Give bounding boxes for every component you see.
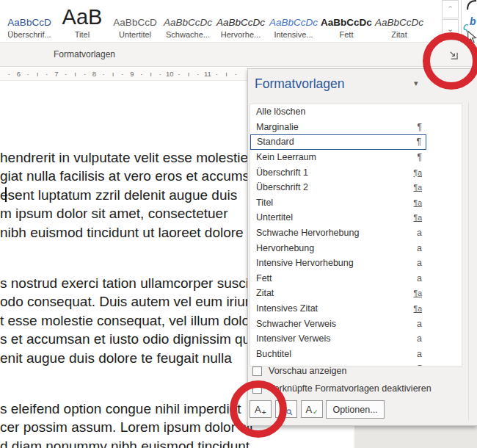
- style-gallery-item[interactable]: AaBbCcDc Fett: [320, 0, 373, 42]
- ruler-mark: 10: [165, 71, 175, 78]
- style-list-item[interactable]: Schwacher Verweis a: [250, 316, 426, 331]
- style-name: Überschrift 1: [256, 167, 308, 178]
- gallery-scroll-down-button[interactable]: ⌄: [442, 19, 459, 39]
- style-list-item[interactable]: Titel ¶a: [250, 195, 426, 211]
- ruler-mark: ı: [184, 71, 194, 78]
- document-text: t esse molestie consequat, vel illum dol…: [0, 313, 254, 328]
- style-preview: AaBbCcDc: [321, 4, 372, 28]
- style-preview: AaBbCcD: [7, 4, 51, 28]
- ruler-mark: ı: [222, 71, 231, 78]
- style-list-item[interactable]: Fett a: [250, 271, 426, 286]
- styles-group-label: Formatvorlagen: [40, 49, 128, 59]
- style-type-icon: ¶a: [414, 198, 422, 207]
- workspace-background: [354, 425, 477, 448]
- ruler-mark: ·: [156, 71, 165, 78]
- style-list-item[interactable]: Schwache Hervorhebung a: [250, 225, 426, 241]
- style-gallery-item[interactable]: AaBbCcDc Hervorhe...: [214, 0, 267, 42]
- style-name: Untertitel: [256, 212, 293, 223]
- document-text: hendrerit in vulputate velit esse molest…: [0, 150, 248, 165]
- ruler-mark: ·: [23, 71, 33, 78]
- style-preview: AaB: [62, 4, 103, 28]
- style-name: Intensive Hervorhebung: [256, 258, 354, 268]
- style-list-item[interactable]: Kein Leerraum ¶: [250, 150, 426, 165]
- style-list-item[interactable]: Intensiver Verweis a: [250, 331, 426, 347]
- style-list-item[interactable]: Marginalie ¶: [250, 120, 426, 135]
- ruler-mark: ·: [99, 71, 109, 78]
- style-list-item[interactable]: Alle löschen: [250, 104, 426, 120]
- style-list-item[interactable]: Überschrift 1 ¶a: [250, 165, 426, 180]
- new-style-icon: A: [255, 404, 261, 415]
- document-text: d diam nonummy nibh euismod tincidunt: [0, 438, 250, 448]
- ribbon-group-bar: Formatvorlagen: [0, 43, 477, 67]
- pane-dropdown-icon[interactable]: ▾: [414, 79, 418, 88]
- style-name: Alle löschen: [256, 106, 305, 117]
- ruler-mark: ı: [33, 71, 43, 78]
- style-list-item[interactable]: Zitat ¶a: [250, 286, 426, 301]
- ruler-mark: ·: [194, 71, 203, 78]
- document-text: s eleifend option congue nihil imperdiet: [0, 401, 241, 416]
- new-style-button[interactable]: A +: [250, 400, 272, 418]
- style-name: Hervorhebung: [256, 243, 314, 253]
- style-list-item[interactable]: Untertitel ¶a: [250, 210, 426, 225]
- document-text: s et accumsan et iusto odio dignissim qu…: [0, 331, 253, 347]
- style-type-icon: ¶: [417, 137, 421, 147]
- ruler-mark: 7: [51, 71, 61, 78]
- search-icon[interactable]: [465, 0, 477, 10]
- plus-icon: +: [262, 408, 266, 416]
- style-list-item[interactable]: Überschrift 2 ¶a: [250, 180, 426, 195]
- options-button[interactable]: Optionen...: [326, 400, 385, 419]
- style-list-item[interactable]: Intensive Hervorhebung a: [250, 256, 426, 271]
- ribbon-styles-group: AaBbCcD Überschrif... AaB Titel AaBbCcD …: [0, 0, 477, 67]
- ruler-mark: ı: [109, 71, 118, 78]
- style-gallery-label: Untertitel: [119, 30, 151, 39]
- checkbox[interactable]: [252, 384, 262, 394]
- checkbox-label: Vorschau anzeigen: [269, 366, 346, 376]
- style-name: Überschrift 2: [256, 182, 308, 192]
- style-gallery-item[interactable]: AaB Titel: [56, 0, 109, 42]
- style-preview: AaBbCcDc: [164, 4, 212, 28]
- document-text: odo consequat. Duis autem vel eum iriure: [0, 294, 258, 309]
- style-type-icon: a: [417, 273, 422, 283]
- ruler-mark: ·: [80, 71, 90, 78]
- ruler-mark: ·: [175, 71, 184, 78]
- styles-list: Alle löschen Marginalie ¶ Standard ¶ Kei…: [250, 104, 462, 366]
- checkbox[interactable]: [252, 366, 262, 376]
- dialog-launcher-icon: [448, 50, 458, 59]
- ruler-mark: ·: [136, 71, 146, 78]
- manage-styles-button[interactable]: A ✓: [301, 400, 323, 418]
- style-preview: AaBbCcD: [113, 4, 156, 28]
- style-list-item[interactable]: Buchtitel a: [250, 347, 426, 362]
- style-gallery-item[interactable]: AaBbCcD Untertitel: [109, 0, 161, 42]
- pane-checkboxes: Vorschau anzeigen Verknüpfte Formatvorla…: [252, 366, 432, 394]
- horizontal-ruler: · 6 · ı · 7 · ı · 8 · ı · 9 · ı: [0, 68, 247, 81]
- checkbox-row[interactable]: Vorschau anzeigen: [252, 366, 432, 376]
- style-gallery: AaBbCcD Überschrif... AaB Titel AaBbCcD …: [3, 0, 426, 42]
- style-list-item[interactable]: Intensives Zitat ¶a: [250, 301, 426, 317]
- style-list-item[interactable]: Standard ¶: [250, 134, 426, 150]
- style-gallery-item[interactable]: AaBbCcDc Schwache...: [161, 0, 214, 42]
- ruler-mark: 6: [14, 71, 23, 78]
- style-type-icon: a: [417, 243, 422, 253]
- style-gallery-item[interactable]: AaBbCcDc Zitat: [373, 0, 426, 42]
- style-gallery-label: Intensive...: [274, 30, 313, 39]
- pane-edge-line: [468, 103, 469, 420]
- style-gallery-label: Zitat: [391, 30, 407, 39]
- style-gallery-item[interactable]: AaBbCcDc Intensive...: [267, 0, 320, 42]
- style-inspector-icon: A: [280, 404, 286, 415]
- style-name: Zitat: [256, 288, 274, 298]
- document-text: s nostrud exerci tation ullamcorper susc…: [0, 275, 257, 291]
- styles-dialog-launcher-button[interactable]: [446, 48, 459, 61]
- style-type-icon: a: [417, 228, 422, 238]
- style-gallery-item[interactable]: AaBbCcD Überschrif...: [3, 0, 56, 42]
- style-inspector-button[interactable]: A: [275, 400, 297, 418]
- checkbox-row[interactable]: Verknüpfte Formatvorlagen deaktivieren: [252, 383, 432, 394]
- ruler-mark: ·: [212, 71, 222, 78]
- style-type-icon: ¶a: [414, 168, 422, 177]
- style-name: Schwacher Verweis: [256, 319, 336, 329]
- style-preview: AaBbCcDc: [269, 4, 318, 28]
- gallery-scroll-up-button[interactable]: ⌃: [442, 0, 459, 18]
- style-list-item[interactable]: Hervorhebung a: [250, 240, 426, 256]
- document-text: nibh euismod tincidunt ut laoreet dolore: [0, 225, 244, 240]
- styles-pane-title: Formatvorlagen: [255, 76, 345, 92]
- style-name: Fett: [256, 273, 272, 283]
